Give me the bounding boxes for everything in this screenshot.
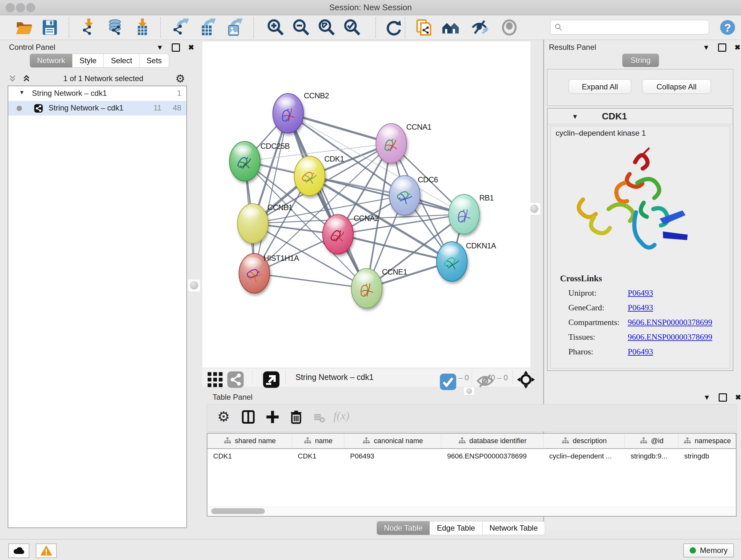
column-header-canonical-name[interactable]: canonical name xyxy=(344,434,441,448)
cloud-status-button[interactable] xyxy=(8,543,29,558)
float-panel-icon[interactable]: ▼ xyxy=(703,394,711,401)
export-table-icon[interactable] xyxy=(198,18,216,37)
delete-column-trash-icon[interactable] xyxy=(289,410,304,426)
scrollbar-thumb[interactable] xyxy=(211,508,265,514)
column-header-id[interactable]: @id xyxy=(625,434,678,448)
network-label: String Network – cdk1 xyxy=(49,104,124,112)
tab-node-table[interactable]: Node Table xyxy=(377,521,430,535)
float-panel-icon[interactable]: ▼ xyxy=(703,44,710,51)
network-node[interactable] xyxy=(294,156,325,196)
collapse-all-icon[interactable] xyxy=(8,74,17,83)
import-database-icon[interactable] xyxy=(106,18,124,37)
tab-network[interactable]: Network xyxy=(30,54,72,68)
refresh-icon[interactable] xyxy=(384,18,402,37)
collapse-triangle-icon[interactable]: ▼ xyxy=(572,113,578,120)
tab-edge-table[interactable]: Edge Table xyxy=(430,521,482,535)
string-home-icon[interactable] xyxy=(442,18,460,37)
import-network-icon[interactable] xyxy=(79,18,97,37)
zoom-in-icon[interactable] xyxy=(267,18,285,37)
memory-button[interactable]: Memory xyxy=(683,543,734,557)
float-panel-icon[interactable]: ▼ xyxy=(156,44,163,51)
table-cell[interactable]: 9606.ENSP00000378699 xyxy=(441,449,543,463)
warnings-button[interactable] xyxy=(36,543,57,558)
network-node[interactable] xyxy=(436,242,467,281)
column-header-database-identifier[interactable]: database identifier xyxy=(441,434,543,448)
show-hide-icon[interactable] xyxy=(471,18,489,37)
tab-network-table[interactable]: Network Table xyxy=(482,521,545,535)
tab-string[interactable]: String xyxy=(622,54,659,67)
maximize-panel-icon[interactable] xyxy=(718,44,726,52)
zoom-selected-icon[interactable] xyxy=(343,18,361,37)
table-settings-gear-icon[interactable]: ⚙ xyxy=(217,410,230,424)
node-table[interactable]: shared namenamecanonical namedatabase id… xyxy=(207,433,737,516)
network-collection-row[interactable]: ▼ String Network – cdk1 1 xyxy=(8,86,186,101)
network-view-toolbar: String Network – cdk1 1 – 0 0 – 0 xyxy=(202,368,530,387)
column-header-name[interactable]: name xyxy=(292,434,344,448)
tab-style[interactable]: Style xyxy=(72,54,104,68)
expand-all-icon[interactable] xyxy=(22,74,31,83)
search-input[interactable] xyxy=(550,20,709,35)
expand-triangle-icon[interactable]: ▼ xyxy=(19,89,24,96)
left-splitter-handle[interactable] xyxy=(188,279,200,292)
network-edge[interactable] xyxy=(288,113,391,143)
table-row[interactable]: CDK1CDK1P064939606.ENSP00000378699cyclin… xyxy=(207,449,736,463)
network-edge[interactable] xyxy=(288,113,367,288)
table-cell[interactable]: cyclin–dependent ... xyxy=(543,449,625,463)
crosslink-link[interactable]: 9606.ENSP00000378699 xyxy=(628,318,712,327)
network-node[interactable] xyxy=(351,268,382,308)
network-node[interactable] xyxy=(238,204,268,243)
crosslink-link[interactable]: P06493 xyxy=(628,303,653,313)
crosslink-label: Pharos: xyxy=(568,347,593,357)
table-cell[interactable]: stringdb:9... xyxy=(625,449,678,463)
close-panel-icon[interactable]: ✖ xyxy=(188,44,194,51)
delete-table-icon xyxy=(314,412,325,425)
open-session-icon[interactable] xyxy=(15,18,33,37)
add-column-icon[interactable] xyxy=(265,410,280,426)
column-header-namespace[interactable]: namespace xyxy=(678,434,736,448)
table-cell[interactable]: CDK1 xyxy=(207,449,292,463)
network-view[interactable]: CCNB2CCNA1CDC25BCDK1CDC6RB1CCNB1CCNA2CDK… xyxy=(202,42,530,368)
gene-header[interactable]: ▼ CDK1 xyxy=(548,109,733,124)
tab-select[interactable]: Select xyxy=(104,54,139,68)
clone-network-icon[interactable] xyxy=(415,18,433,37)
table-cell[interactable]: stringdb xyxy=(678,449,736,463)
tab-sets[interactable]: Sets xyxy=(139,54,169,68)
network-row[interactable]: String Network – cdk1 11 48 xyxy=(8,101,186,116)
network-edge[interactable] xyxy=(254,113,288,273)
network-edge[interactable] xyxy=(254,273,367,288)
gear-icon[interactable]: ⚙ xyxy=(176,73,185,84)
network-node[interactable] xyxy=(273,94,304,133)
column-header-description[interactable]: description xyxy=(543,434,625,448)
selected-checkbox-icon[interactable] xyxy=(439,373,448,382)
open-in-new-window-icon[interactable] xyxy=(262,371,276,384)
horizontal-scrollbar[interactable] xyxy=(208,507,735,515)
export-image-icon[interactable] xyxy=(225,18,243,37)
crosslink-link[interactable]: P06493 xyxy=(628,288,653,298)
network-node[interactable] xyxy=(376,124,407,163)
zoom-out-icon[interactable] xyxy=(292,18,310,37)
maximize-panel-icon[interactable] xyxy=(719,393,727,401)
collapse-all-button[interactable]: Collapse All xyxy=(642,79,711,94)
table-cell[interactable]: P06493 xyxy=(344,449,441,463)
network-node[interactable] xyxy=(323,214,353,254)
table-cell[interactable]: CDK1 xyxy=(292,449,344,463)
network-node[interactable] xyxy=(449,194,479,234)
crosslink-link[interactable]: P06493 xyxy=(628,347,653,357)
network-share-icon[interactable] xyxy=(226,371,240,384)
zoom-fit-icon[interactable] xyxy=(318,18,336,37)
close-panel-icon[interactable]: ✖ xyxy=(735,394,741,401)
network-node[interactable] xyxy=(389,176,420,215)
expand-all-button[interactable]: Expand All xyxy=(569,79,631,94)
column-header-shared-name[interactable]: shared name xyxy=(207,434,292,448)
maximize-panel-icon[interactable] xyxy=(172,44,180,52)
crosslink-link[interactable]: 9606.ENSP00000378699 xyxy=(628,332,712,342)
save-session-icon[interactable] xyxy=(41,18,59,37)
fit-selected-crosshair-icon[interactable] xyxy=(517,371,531,385)
export-network-icon[interactable] xyxy=(171,18,189,37)
birds-eye-grid-icon[interactable] xyxy=(206,371,219,384)
import-table-icon[interactable] xyxy=(133,18,151,37)
help-button[interactable]: ? xyxy=(719,18,737,37)
close-panel-icon[interactable]: ✖ xyxy=(735,44,740,51)
network-node[interactable] xyxy=(229,141,260,181)
show-columns-icon[interactable] xyxy=(241,410,256,426)
